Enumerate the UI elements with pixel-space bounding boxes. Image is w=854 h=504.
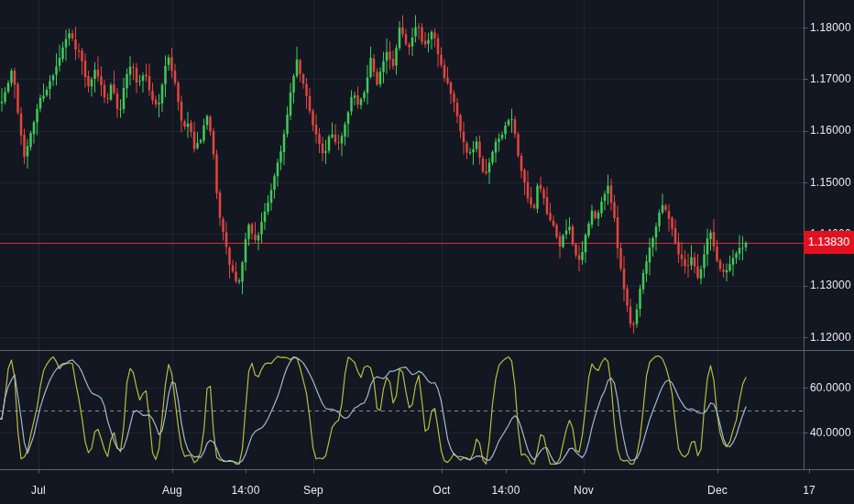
price-axis-label: 1.15000 bbox=[810, 177, 851, 189]
time-axis-label: Nov bbox=[574, 485, 594, 497]
time-axis-label: Jul bbox=[31, 485, 46, 497]
osc-axis-label: 60.0000 bbox=[810, 382, 851, 394]
chart-root: 1.180001.170001.160001.150001.140001.130… bbox=[0, 0, 854, 504]
time-axis-label: 17 bbox=[803, 485, 816, 497]
price-axis-label: 1.12000 bbox=[810, 332, 851, 344]
time-axis[interactable]: JulAug14:00SepOct14:00NovDec17 bbox=[0, 469, 854, 504]
time-axis-label: Oct bbox=[432, 485, 450, 497]
last-price-badge: 1.13830 bbox=[804, 231, 854, 254]
time-axis-label: Sep bbox=[303, 485, 323, 497]
price-axis-label: 1.17000 bbox=[810, 73, 851, 85]
time-axis-label: 14:00 bbox=[491, 485, 520, 497]
time-axis-label: Dec bbox=[707, 485, 728, 497]
chart-canvas[interactable] bbox=[0, 0, 854, 504]
price-axis-label: 1.16000 bbox=[810, 125, 851, 137]
osc-axis-label: 40.0000 bbox=[810, 427, 851, 439]
price-axis-label: 1.18000 bbox=[810, 22, 851, 34]
time-axis-label: Aug bbox=[162, 485, 182, 497]
price-axis-label: 1.13000 bbox=[810, 279, 851, 291]
time-axis-label: 14:00 bbox=[231, 485, 259, 497]
